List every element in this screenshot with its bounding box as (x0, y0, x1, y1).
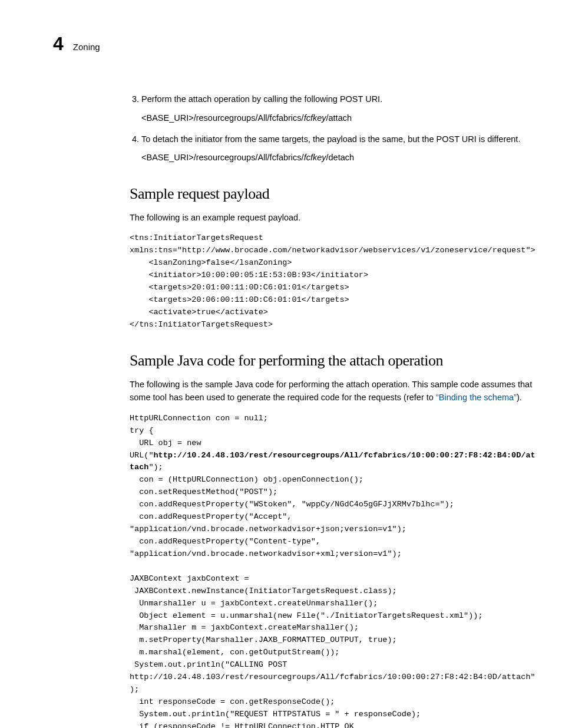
heading-sample-payload: Sample request payload (130, 182, 538, 205)
code-sample-payload: <tns:InitiatorTargetsRequest xmlns:tns="… (130, 232, 538, 331)
code-part-bold: http://10.24.48.103/rest/resourcegroups/… (130, 451, 535, 472)
step-uri: <BASE_URI>/resourcegroups/All/fcfabrics/… (141, 112, 538, 125)
step-item: Perform the attach operation by calling … (141, 93, 538, 125)
step-list: Perform the attach operation by calling … (130, 93, 538, 164)
intro-sample-payload: The following is an example request payl… (130, 211, 538, 224)
uri-post: /attach (326, 113, 352, 123)
page: 4 Zoning Perform the attach operation by… (0, 0, 562, 728)
page-header: 4 Zoning (53, 29, 538, 58)
uri-var: fcfkey (304, 153, 326, 162)
step-uri: <BASE_URI>/resourcegroups/All/fcfabrics/… (141, 151, 538, 164)
uri-var: fcfkey (304, 113, 326, 123)
heading-sample-java: Sample Java code for performing the atta… (130, 349, 538, 372)
uri-pre: <BASE_URI>/resourcegroups/All/fcfabrics/ (141, 113, 304, 123)
code-part-2: "); con = (HttpURLConnection) obj.openCo… (130, 463, 535, 728)
code-sample-java: HttpURLConnection con = null; try { URL … (130, 413, 538, 728)
intro-sample-java: The following is the sample Java code fo… (130, 378, 538, 404)
chapter-number: 4 (53, 29, 64, 58)
step-item: To detach the initiator from the same ta… (141, 133, 538, 165)
content-area: Perform the attach operation by calling … (130, 93, 538, 728)
intro-text-post: ). (517, 393, 522, 402)
uri-post: /detach (326, 153, 355, 162)
link-binding-schema[interactable]: “Binding the schema” (436, 393, 517, 402)
step-text: To detach the initiator from the same ta… (141, 134, 520, 144)
uri-pre: <BASE_URI>/resourcegroups/All/fcfabrics/ (141, 153, 304, 162)
step-text: Perform the attach operation by calling … (141, 94, 382, 104)
chapter-title: Zoning (73, 41, 100, 54)
